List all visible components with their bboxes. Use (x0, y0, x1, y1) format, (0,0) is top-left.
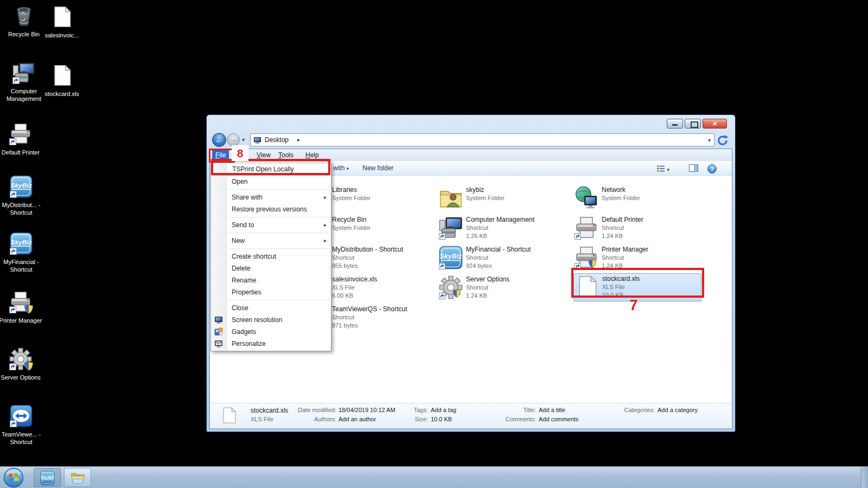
taskbar-button-explorer[interactable] (64, 468, 91, 487)
document-icon (220, 407, 238, 424)
menu-separator (228, 189, 329, 190)
desktop-icon-label: Printer Manager (0, 317, 44, 324)
shortcut-arrow-icon (10, 248, 17, 255)
refresh-icon[interactable] (717, 134, 729, 146)
start-button[interactable] (3, 467, 24, 488)
shield-icon (23, 304, 34, 314)
desktop-icon-server-options[interactable]: Server Options (0, 348, 44, 381)
shortcut-arrow-icon (9, 138, 16, 145)
close-button[interactable]: ✕ (703, 119, 727, 129)
details-authors-value[interactable]: Add an author (339, 416, 376, 422)
back-button[interactable]: ← (212, 133, 226, 147)
breadcrumb-arrow-icon[interactable]: ▸ (297, 137, 300, 143)
recycle-bin-icon (12, 4, 35, 27)
menu-item-personalize[interactable]: Personalize (211, 338, 331, 350)
annotation-step-8: 8 (232, 145, 248, 161)
menu-item-close[interactable]: Close (211, 302, 331, 314)
desktop-icon-myfinancial[interactable]: MyFinancial - Shortcut (0, 232, 45, 273)
user-folder-icon (439, 186, 463, 210)
network-icon (575, 186, 598, 210)
details-size-value: 10.0 KB (431, 416, 452, 422)
details-tags-value[interactable]: Add a tag (431, 407, 456, 413)
new-folder-button[interactable]: New folder (362, 164, 393, 172)
menu-separator (228, 233, 329, 233)
shield-icon (588, 259, 597, 268)
details-comments-label: Comments: (488, 416, 536, 422)
submenu-arrow-icon: ▸ (324, 191, 327, 203)
details-comments-value[interactable]: Add comments (539, 416, 578, 422)
menu-item-open[interactable]: Open (211, 176, 331, 188)
desktop-icon-mydistribution[interactable]: MyDistribut... - Shortcut (0, 175, 45, 216)
address-dropdown-icon[interactable]: ▾ (708, 137, 711, 143)
file-tile-server-options[interactable]: Server Options Shortcut 1.24 KB (438, 274, 566, 301)
recent-pages-chevron-icon[interactable]: ▾ (242, 137, 245, 143)
menu-item-rename[interactable]: Rename (211, 274, 331, 286)
annotation-box-stockcard (571, 268, 704, 298)
desktop-icon-label: stockcard.xls (38, 90, 86, 98)
desktop-icon-label: MyFinancial - Shortcut (0, 258, 45, 273)
shortcut-arrow-icon (9, 363, 16, 370)
shortcut-arrow-icon (439, 293, 445, 299)
taskbar-button-skybiz[interactable] (34, 468, 61, 487)
file-menu-popup: TSPrint Open Locally Open Share with▸ Re… (210, 161, 331, 351)
desktop-icon-label: TeamViewe... - Shortcut (0, 431, 45, 446)
minimize-button[interactable] (667, 119, 683, 129)
preview-pane-icon (689, 164, 698, 172)
submenu-arrow-icon: ▸ (324, 235, 327, 247)
gadgets-icon (214, 328, 223, 336)
file-tile-skybiz-folder[interactable]: skybiz System Folder (438, 185, 566, 212)
maximize-button[interactable] (685, 119, 701, 129)
desktop-icon-label: Server Options (0, 374, 44, 381)
personalize-icon (214, 339, 223, 348)
file-tile-computer-management[interactable]: Computer Management Shortcut 1.26 KB (438, 215, 566, 242)
file-tile-myfinancial[interactable]: MyFinancial - Shortcut Shortcut 924 byte… (438, 245, 566, 272)
details-title-value[interactable]: Add a title (539, 407, 565, 413)
details-date-value: 18/04/2019 10:12 AM (339, 407, 395, 413)
menu-separator (228, 217, 329, 217)
preview-pane-button[interactable] (689, 164, 698, 174)
menu-item-properties[interactable]: Properties (211, 286, 331, 298)
details-categories-value[interactable]: Add a category (658, 407, 698, 413)
menu-item-delete[interactable]: Delete (211, 262, 331, 274)
forward-button[interactable]: → (227, 133, 240, 146)
taskbar (0, 466, 868, 488)
menu-item-new[interactable]: New▸ (211, 235, 331, 247)
menu-item-share-with[interactable]: Share with▸ (211, 191, 331, 203)
open-with-button[interactable]: with ▾ (333, 164, 349, 172)
help-icon: ? (707, 164, 717, 174)
submenu-arrow-icon: ▸ (324, 219, 327, 231)
desktop-icon-stockcard[interactable]: stockcard.xls (38, 64, 86, 98)
shortcut-arrow-icon (10, 420, 17, 427)
annotation-box-tsprint (211, 159, 330, 175)
menu-item-create-shortcut[interactable]: Create shortcut (211, 251, 331, 262)
desktop-icon-default-printer[interactable]: Default Printer (0, 123, 44, 156)
views-icon (656, 164, 665, 173)
shield-icon (23, 361, 34, 371)
explorer-folder-icon (71, 471, 85, 485)
menu-separator (228, 300, 329, 300)
help-button[interactable]: ? (707, 164, 717, 175)
details-pane: stockcard.xls XLS File Date modified: 18… (210, 403, 731, 428)
document-icon (50, 64, 73, 87)
menu-item-gadgets[interactable]: Gadgets (211, 326, 331, 338)
desktop-icon-label: MyDistribut... - Shortcut (0, 201, 45, 216)
desktop-icon-salesinvoice[interactable]: salesinvoic... (38, 5, 86, 39)
desktop-icon-teamviewer[interactable]: TeamViewe... - Shortcut (0, 404, 45, 446)
address-bar[interactable]: Desktop ▸ ▾ (250, 133, 714, 146)
show-desktop-button[interactable] (861, 467, 868, 488)
menu-item-restore-previous-versions[interactable]: Restore previous versions (211, 203, 331, 215)
menu-item-screen-resolution[interactable]: Screen resolution (211, 314, 331, 326)
desktop-icon-printer-manager[interactable]: Printer Manager (0, 291, 44, 324)
desktop-location-icon (253, 136, 261, 144)
desktop-icon-label: Default Printer (0, 149, 44, 156)
shortcut-arrow-icon (439, 233, 445, 240)
svg-text:?: ? (710, 166, 714, 172)
breadcrumb-location[interactable]: Desktop (265, 136, 289, 144)
menu-item-send-to[interactable]: Send to▸ (211, 219, 331, 231)
details-authors-label: Authors: (282, 416, 336, 422)
views-button[interactable]: ▾ (656, 164, 669, 173)
file-tile-default-printer[interactable]: Default Printer Shortcut 1.24 KB (573, 215, 701, 242)
details-categories-label: Categories: (617, 407, 655, 413)
skybiz-icon (40, 471, 55, 485)
file-tile-network[interactable]: Network System Folder (573, 185, 701, 212)
